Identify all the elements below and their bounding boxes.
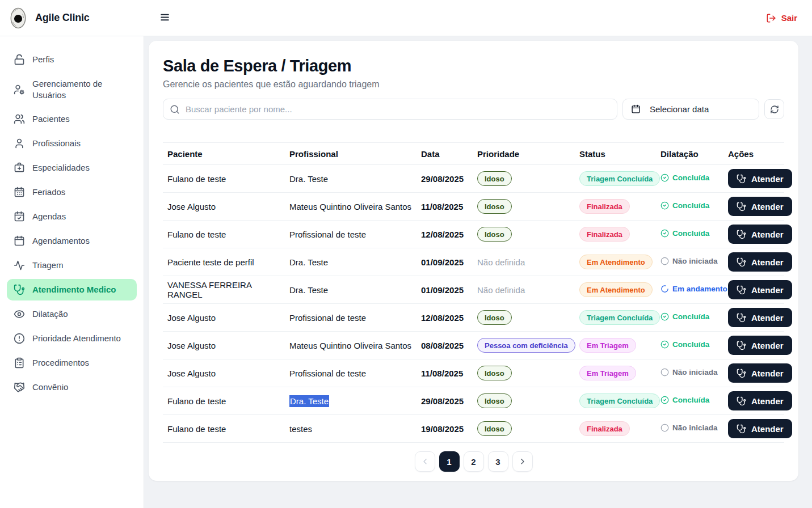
briefcase-medical-icon bbox=[14, 162, 25, 173]
circle-check-icon bbox=[660, 229, 669, 238]
atender-label: Atender bbox=[751, 202, 784, 211]
hamburger-icon bbox=[159, 12, 170, 23]
dilation-status: Não iniciada bbox=[660, 424, 718, 432]
atender-button[interactable]: Atender bbox=[728, 252, 792, 272]
table-body: Fulano de testeDra. Teste29/08/2025Idoso… bbox=[163, 165, 784, 443]
sidebar-item-agendamentos[interactable]: Agendamentos bbox=[7, 230, 137, 252]
table-row: Jose AlgustoProfissional de teste12/08/2… bbox=[163, 304, 784, 332]
priority-badge: Pessoa com deficiência bbox=[477, 338, 575, 353]
patient-name: VANESSA FERREIRA RANGEL bbox=[163, 280, 285, 299]
atender-label: Atender bbox=[751, 369, 784, 378]
sidebar-item-profissionais[interactable]: Profissionais bbox=[7, 133, 137, 154]
priority-cell: Não definida bbox=[473, 257, 575, 267]
users-icon bbox=[14, 113, 25, 125]
refresh-button[interactable] bbox=[764, 99, 784, 119]
sidebar-item-label: Agendamentos bbox=[32, 235, 90, 247]
patient-name: Jose Algusto bbox=[163, 313, 285, 323]
status-cell: Em Atendimento bbox=[575, 282, 656, 297]
atender-button[interactable]: Atender bbox=[728, 391, 792, 410]
status-badge: Finalizada bbox=[579, 227, 630, 242]
patient-name: Jose Algusto bbox=[163, 369, 285, 378]
stethoscope-icon bbox=[737, 341, 746, 350]
actions-cell: Atender bbox=[723, 336, 792, 355]
user-gear-icon bbox=[14, 84, 25, 95]
actions-cell: Atender bbox=[723, 308, 792, 327]
priority-cell: Idoso bbox=[473, 310, 575, 325]
page-subtitle: Gerencie os pacientes que estão aguardan… bbox=[163, 79, 784, 90]
dilation-cell: Não iniciada bbox=[656, 257, 723, 267]
sidebar-item-especialidades[interactable]: Especialidades bbox=[7, 157, 137, 179]
priority-badge: Idoso bbox=[477, 366, 512, 380]
atender-button[interactable]: Atender bbox=[728, 280, 792, 299]
patient-name: Jose Algusto bbox=[163, 341, 285, 350]
table-row: Fulano de testeProfissional de teste12/0… bbox=[163, 221, 784, 248]
log-out-icon bbox=[766, 13, 776, 23]
dilation-status: Concluída bbox=[660, 229, 709, 238]
appointment-date: 11/08/2025 bbox=[416, 369, 473, 378]
professional-name: Mateus Quintino Oliveira Santos bbox=[285, 202, 416, 211]
professional-name: Profissional de teste bbox=[285, 230, 416, 239]
sidebar-item-agendas[interactable]: Agendas bbox=[7, 206, 137, 227]
menu-toggle-button[interactable] bbox=[159, 12, 170, 24]
sidebar-item-prioridade-atendimento[interactable]: Prioridade Atendimento bbox=[7, 328, 137, 349]
sidebar-item-dilatacao[interactable]: Dilatação bbox=[7, 303, 137, 325]
search-input[interactable] bbox=[163, 99, 617, 120]
actions-cell: Atender bbox=[723, 391, 792, 410]
logout-button[interactable]: Sair bbox=[766, 13, 797, 23]
professional-name: Dra. Teste bbox=[285, 174, 416, 184]
pagination-next-button[interactable] bbox=[512, 451, 533, 472]
dilation-label: Em andamento bbox=[672, 285, 727, 293]
chevron-right-icon bbox=[518, 457, 527, 466]
atender-label: Atender bbox=[751, 285, 784, 295]
pagination-page-3[interactable]: 3 bbox=[488, 451, 508, 472]
atender-button[interactable]: Atender bbox=[728, 308, 792, 327]
stethoscope-icon bbox=[737, 396, 746, 406]
priority-cell: Idoso bbox=[473, 227, 575, 242]
atender-button[interactable]: Atender bbox=[728, 419, 792, 438]
sidebar-item-atendimento-medico[interactable]: Atendimento Medico bbox=[7, 279, 137, 300]
status-cell: Finalizada bbox=[575, 227, 656, 242]
patient-name: Jose Algusto bbox=[163, 202, 285, 211]
dilation-cell: Não iniciada bbox=[656, 424, 723, 434]
sidebar-item-label: Pacientes bbox=[32, 113, 70, 125]
dilation-label: Não iniciada bbox=[672, 424, 718, 432]
status-cell: Em Triagem bbox=[575, 366, 656, 380]
status-badge: Triagem Concluída bbox=[579, 310, 660, 325]
dilation-label: Concluída bbox=[672, 396, 709, 404]
sidebar-item-convenio[interactable]: Convênio bbox=[7, 376, 137, 398]
patient-name: Fulano de teste bbox=[163, 174, 285, 184]
atender-button[interactable]: Atender bbox=[728, 225, 792, 244]
column-header-status: Status bbox=[575, 149, 656, 159]
sidebar-item-feriados[interactable]: Feriados bbox=[7, 181, 137, 203]
pagination-page-2[interactable]: 2 bbox=[464, 451, 484, 472]
table-row: Jose AlgustoMateus Quintino Oliveira San… bbox=[163, 193, 784, 221]
sidebar-nav: PerfisGerenciamento de UsuáriosPacientes… bbox=[7, 49, 137, 398]
atender-button[interactable]: Atender bbox=[728, 336, 792, 355]
atender-button[interactable]: Atender bbox=[728, 169, 792, 188]
professional-name: Dra. Teste bbox=[285, 285, 416, 295]
sidebar-item-triagem[interactable]: Triagem bbox=[7, 255, 137, 276]
sidebar-item-pacientes[interactable]: Pacientes bbox=[7, 108, 137, 130]
actions-cell: Atender bbox=[723, 280, 792, 299]
sidebar-item-procedimentos[interactable]: Procedimentos bbox=[7, 352, 137, 374]
atender-label: Atender bbox=[751, 230, 784, 239]
sidebar-item-perfis[interactable]: Perfis bbox=[7, 49, 137, 70]
stethoscope-icon bbox=[737, 369, 746, 378]
professional-name: Dra. Teste bbox=[285, 396, 416, 406]
actions-cell: Atender bbox=[723, 363, 792, 383]
circle-check-icon bbox=[660, 312, 669, 321]
dilation-label: Concluída bbox=[672, 173, 709, 182]
dilation-cell: Concluída bbox=[656, 396, 723, 406]
atender-button[interactable]: Atender bbox=[728, 363, 792, 383]
app-header: Agile Clinic Sair bbox=[0, 0, 812, 36]
pagination-prev-button[interactable] bbox=[415, 451, 435, 472]
sidebar-item-gerenciamento-usuarios[interactable]: Gerenciamento de Usuários bbox=[7, 73, 137, 105]
status-badge: Finalizada bbox=[579, 199, 630, 214]
atender-button[interactable]: Atender bbox=[728, 197, 792, 216]
date-picker-button[interactable]: Selecionar data bbox=[622, 99, 759, 120]
pagination-page-1[interactable]: 1 bbox=[439, 451, 460, 472]
priority-cell: Idoso bbox=[473, 366, 575, 380]
stethoscope-icon bbox=[14, 284, 25, 295]
content-card: Sala de Espera / Triagem Gerencie os pac… bbox=[149, 41, 798, 481]
table-header-row: Paciente Profissional Data Prioridade St… bbox=[163, 142, 784, 165]
